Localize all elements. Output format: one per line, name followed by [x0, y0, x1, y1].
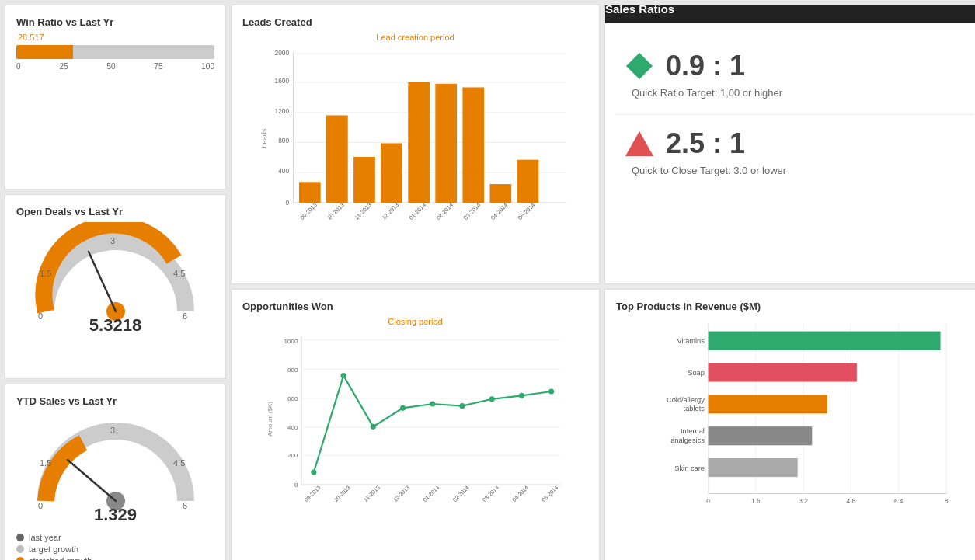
- bar-label-75: 75: [154, 62, 162, 71]
- svg-text:05-2014: 05-2014: [517, 201, 537, 221]
- quick-ratio-value: 0.9 : 1: [666, 50, 745, 82]
- svg-text:Soap: Soap: [688, 369, 705, 377]
- win-ratio-labels: 0 25 50 75 100: [16, 62, 214, 71]
- svg-text:2000: 2000: [275, 49, 290, 57]
- chart-legend: last year target growth stretched growth: [16, 533, 214, 560]
- ytd-sales-gauge-svg: 0 1.5 3 4.5 6: [30, 412, 201, 513]
- ytd-sales-title: YTD Sales vs Last Yr: [16, 395, 214, 407]
- svg-text:3: 3: [110, 236, 115, 245]
- open-deals-card: Open Deals vs Last Yr 0 1.5 3: [5, 194, 226, 379]
- svg-text:1000: 1000: [284, 338, 298, 345]
- legend-dot-last-year: [16, 534, 24, 541]
- svg-text:0: 0: [38, 501, 43, 510]
- svg-text:4.8: 4.8: [847, 497, 856, 505]
- win-ratio-bar-fill: [16, 45, 73, 59]
- svg-text:02-2014: 02-2014: [451, 485, 470, 503]
- svg-text:6: 6: [183, 311, 187, 321]
- dashboard: Win Ratio vs Last Yr 28.517 0 25 50 75 1…: [0, 0, 975, 560]
- leads-bar-chart: 0 400 800 1200 1600 2000 Leads: [242, 45, 588, 231]
- svg-text:11-2013: 11-2013: [353, 201, 373, 221]
- win-ratio-bar: [16, 45, 214, 59]
- svg-text:03-2014: 03-2014: [482, 485, 500, 503]
- svg-text:12-2013: 12-2013: [381, 201, 401, 221]
- legend-stretched-growth: stretched growth: [16, 556, 214, 560]
- quick-close-icon: [624, 128, 655, 159]
- quick-ratio-block: 0.9 : 1 Quick Ratio Target: 1,00 or high…: [616, 50, 973, 99]
- svg-text:6: 6: [183, 501, 187, 510]
- point-04-2014: [519, 393, 524, 398]
- svg-text:1.6: 1.6: [751, 497, 761, 505]
- bar-label-25: 25: [59, 62, 68, 71]
- svg-text:Amount ($K): Amount ($K): [266, 402, 273, 437]
- svg-text:11-2013: 11-2013: [363, 485, 381, 503]
- quick-close-value: 2.5 : 1: [666, 127, 745, 160]
- svg-text:3.2: 3.2: [799, 497, 808, 505]
- leads-chart-svg: 0 400 800 1200 1600 2000 Leads: [242, 45, 588, 231]
- svg-text:04-2014: 04-2014: [511, 485, 530, 503]
- svg-text:0: 0: [285, 199, 289, 207]
- bar-soap: [709, 363, 857, 381]
- legend-last-year: last year: [16, 533, 214, 542]
- svg-text:Leads: Leads: [260, 128, 268, 148]
- legend-target-growth: target growth: [16, 544, 214, 554]
- svg-text:12-2013: 12-2013: [392, 485, 411, 503]
- bar-01-2014: [408, 82, 430, 203]
- leads-created-card: Leads Created Lead creation period 0 400…: [231, 5, 600, 284]
- svg-text:0: 0: [706, 497, 710, 505]
- open-deals-gauge-svg: 0 1.5 3 4.5 6: [30, 222, 201, 323]
- svg-text:1200: 1200: [275, 107, 290, 115]
- svg-text:400: 400: [287, 424, 298, 431]
- top-products-svg: 0 1.6 3.2 4.8 6.4 8 Vitamins Soap: [616, 317, 973, 519]
- quick-close-block: 2.5 : 1 Quick to Close Target: 3.0 or lo…: [616, 127, 973, 176]
- open-deals-title: Open Deals vs Last Yr: [16, 206, 214, 217]
- quick-ratio-icon: [624, 50, 655, 82]
- opportunities-chart-svg: 0 200 400 600 800 1000 Amount ($K): [242, 329, 588, 516]
- top-products-chart: 0 1.6 3.2 4.8 6.4 8 Vitamins Soap: [616, 317, 973, 519]
- sales-ratios-card: Sales Ratios 0.9 : 1 Quick Ratio Target:…: [604, 5, 975, 284]
- svg-text:200: 200: [287, 452, 298, 459]
- svg-text:1.5: 1.5: [40, 458, 51, 468]
- bar-internal-analgesics: [709, 426, 813, 445]
- svg-text:400: 400: [278, 167, 289, 175]
- point-02-2014: [459, 403, 465, 409]
- svg-text:1.5: 1.5: [40, 269, 51, 278]
- svg-text:3: 3: [110, 426, 115, 435]
- svg-text:02-2014: 02-2014: [435, 201, 455, 221]
- sales-ratios-title: Sales Ratios: [604, 5, 975, 23]
- bar-05-2014: [517, 160, 539, 203]
- opportunities-won-title: Opportunities Won: [242, 301, 588, 312]
- svg-text:tablets: tablets: [684, 405, 705, 412]
- quick-close-desc: Quick to Close Target: 3.0 or lower: [632, 165, 786, 176]
- svg-text:Internal: Internal: [681, 427, 705, 435]
- top-products-card: Top Products in Revenue ($M) 0 1.6 3.2 4…: [604, 289, 975, 560]
- svg-text:4.5: 4.5: [173, 458, 185, 468]
- svg-text:analgesics: analgesics: [670, 437, 705, 444]
- bar-label-100: 100: [201, 62, 214, 71]
- quick-ratio-desc: Quick Ratio Target: 1,00 or higher: [632, 87, 782, 99]
- point-01-2014: [430, 401, 435, 406]
- legend-label-stretched-growth: stretched growth: [29, 556, 92, 560]
- svg-text:01-2014: 01-2014: [422, 485, 440, 503]
- svg-text:Cold/allergy: Cold/allergy: [667, 396, 705, 404]
- svg-text:6.4: 6.4: [894, 497, 904, 505]
- svg-text:600: 600: [287, 395, 298, 402]
- opportunities-line-chart: 0 200 400 600 800 1000 Amount ($K): [242, 329, 588, 516]
- svg-rect-41: [626, 53, 653, 79]
- bar-label-50: 50: [106, 62, 115, 71]
- opportunities-subtitle: Closing period: [242, 317, 588, 326]
- win-ratio-card: Win Ratio vs Last Yr 28.517 0 25 50 75 1…: [5, 5, 226, 190]
- bar-11-2013: [353, 157, 375, 203]
- sales-ratios-content: 0.9 : 1 Quick Ratio Target: 1,00 or high…: [605, 34, 975, 207]
- svg-text:4.5: 4.5: [173, 269, 185, 278]
- svg-text:800: 800: [278, 137, 289, 144]
- legend-label-target-growth: target growth: [29, 544, 78, 554]
- leads-created-title: Leads Created: [242, 16, 588, 28]
- win-ratio-title: Win Ratio vs Last Yr: [16, 16, 214, 28]
- bar-03-2014: [462, 87, 484, 203]
- point-05-2014: [548, 388, 554, 394]
- bar-skin-care: [709, 458, 798, 477]
- point-10-2013: [341, 373, 346, 378]
- point-11-2013: [371, 424, 376, 430]
- svg-text:09-2013: 09-2013: [303, 485, 322, 503]
- svg-text:04-2014: 04-2014: [489, 201, 510, 221]
